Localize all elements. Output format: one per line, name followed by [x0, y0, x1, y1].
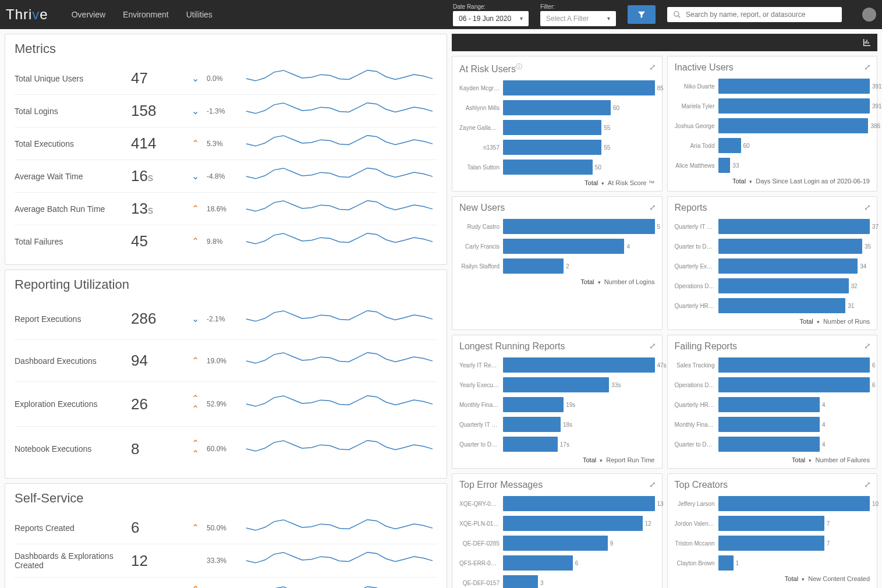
- chart-footer: Total ▾ Days Since Last Login as of 2020…: [675, 178, 870, 185]
- search-box[interactable]: [667, 7, 842, 22]
- caret-down-icon: ▾: [598, 279, 601, 285]
- metric-value: 45: [131, 232, 183, 250]
- double-chevron-up-icon: ⌃⌃: [192, 585, 199, 588]
- footer-text: Number of Failures: [815, 456, 870, 463]
- sparkline: [242, 310, 437, 328]
- bar-value: 34: [860, 263, 866, 270]
- bar-track: 6: [718, 377, 870, 392]
- bar-fill: [503, 258, 564, 274]
- bar-track: 55: [503, 120, 655, 135]
- bar-row: Yearly Executi... 33s: [459, 377, 655, 392]
- metric-pct: 50.0%: [207, 524, 242, 532]
- bar-value: 1: [736, 560, 739, 566]
- bar-row: XQE-PLN-0153 12: [459, 516, 655, 531]
- metric-row: Average Wait Time 16s ⌄ -4.8%: [15, 160, 437, 193]
- bar-fill: [718, 496, 870, 511]
- metrics-panel: Metrics Total Unique Users 47 ⌄ 0.0% Tot…: [5, 34, 447, 265]
- external-link-icon[interactable]: ⤢: [649, 341, 656, 350]
- bar-track: 32: [718, 278, 870, 293]
- sparkline: [242, 395, 437, 413]
- trend-indicator: ⌃⌃: [183, 585, 207, 588]
- bar-label: Quarterly IT R...: [675, 224, 718, 230]
- metric-value: 286: [131, 310, 183, 328]
- chart-icon[interactable]: [862, 38, 872, 47]
- bar-label: Quarterly Exec...: [675, 263, 718, 270]
- metric-pct: 33.3%: [207, 557, 242, 565]
- footer-selector[interactable]: Total: [583, 456, 596, 463]
- info-icon[interactable]: ⓘ: [516, 63, 522, 70]
- bar-label: Aria Todd: [675, 143, 718, 149]
- bar-value: 17s: [560, 441, 569, 448]
- bar-value: 6: [575, 560, 579, 566]
- chevron-down-icon: ⌄: [192, 314, 199, 324]
- bar-label: n1357: [459, 144, 503, 151]
- footer-selector[interactable]: Total: [785, 575, 798, 582]
- bar-value: 6: [872, 362, 876, 369]
- footer-selector[interactable]: Total: [580, 278, 594, 285]
- bar-track: 4: [718, 397, 870, 412]
- footer-selector[interactable]: Total: [732, 178, 746, 185]
- metric-pct: 19.0%: [207, 357, 242, 365]
- bar-track: 55: [503, 140, 655, 155]
- bar-fill: [503, 516, 643, 531]
- bar-track: 33: [718, 158, 870, 173]
- bar-label: Carly Francis: [459, 243, 503, 250]
- nav-utilities[interactable]: Utilities: [186, 10, 212, 19]
- nav-overview[interactable]: Overview: [72, 10, 105, 19]
- trend-indicator: ⌃: [183, 138, 207, 149]
- metric-pct: 5.3%: [207, 140, 242, 148]
- caret-down-icon: ▾: [601, 180, 604, 186]
- bar-track: 85: [503, 80, 655, 95]
- caret-down-icon: ▾: [600, 458, 603, 463]
- user-avatar-icon[interactable]: [862, 8, 876, 22]
- date-range-value: 06 - 19 Jun 2020: [459, 15, 511, 23]
- footer-selector[interactable]: Total: [800, 318, 813, 325]
- metric-label: Dashboards & Explorations Created: [15, 551, 131, 570]
- external-link-icon[interactable]: ⤢: [649, 203, 656, 212]
- search-input[interactable]: [686, 10, 836, 19]
- sparkline: [242, 233, 437, 250]
- bar-row: Railyn Stafford 2: [459, 258, 655, 274]
- external-link-icon[interactable]: ⤢: [864, 62, 871, 72]
- chart-footer: Total ▾ At Risk Score ™: [459, 179, 655, 186]
- footer-selector[interactable]: Total: [792, 456, 805, 463]
- bar-track: 386: [718, 118, 870, 133]
- date-range-dropdown[interactable]: 06 - 19 Jun 2020 ▾: [453, 11, 529, 26]
- bar-track: 12: [503, 516, 655, 531]
- bar-value: 9: [610, 540, 614, 547]
- bar-fill: [718, 219, 870, 234]
- bar-value: 4: [822, 402, 826, 408]
- bar-fill: [503, 555, 573, 571]
- metric-value: 414: [131, 134, 183, 153]
- trend-indicator: ⌄: [183, 171, 207, 182]
- double-chevron-up-icon: ⌃⌃: [192, 394, 199, 414]
- chevron-up-icon: ⌃: [192, 139, 199, 148]
- external-link-icon[interactable]: ⤢: [864, 480, 871, 489]
- nav-environment[interactable]: Environment: [123, 10, 169, 19]
- chart-card: ⤢ Top Error Messages XQE-QRY-0404 13 XQE…: [452, 473, 663, 588]
- apply-filter-button[interactable]: [628, 5, 656, 24]
- bar-track: 5: [503, 219, 655, 234]
- sparkline: [242, 519, 437, 537]
- external-link-icon[interactable]: ⤢: [864, 341, 871, 350]
- trend-indicator: ⌃: [183, 203, 207, 214]
- bar-value: 55: [604, 125, 610, 131]
- bar-label: Quarter to Dat...: [675, 441, 718, 448]
- bar-track: 4: [718, 417, 870, 432]
- bar-label: Ashlynn Mills: [459, 105, 503, 111]
- bar-track: 7: [718, 536, 870, 551]
- bar-fill: [503, 80, 655, 95]
- chart-title: At Risk Usersⓘ: [459, 62, 655, 75]
- filter-dropdown[interactable]: Select A Filter ▾: [540, 11, 616, 26]
- chart-footer: Total ▾ Number of Failures: [675, 456, 870, 463]
- bar-track: 4: [718, 437, 870, 452]
- footer-selector[interactable]: Total: [585, 179, 598, 186]
- selfservice-title: Self-Service: [15, 491, 437, 506]
- metric-label: Total Failures: [15, 237, 131, 246]
- chart-footer: Total ▾ New Content Created: [675, 575, 870, 582]
- external-link-icon[interactable]: ⤢: [649, 480, 656, 489]
- external-link-icon[interactable]: ⤢: [864, 203, 871, 212]
- external-link-icon[interactable]: ⤢: [649, 62, 656, 72]
- bar-label: Joshua George: [675, 123, 718, 129]
- bar-track: 18s: [503, 417, 655, 432]
